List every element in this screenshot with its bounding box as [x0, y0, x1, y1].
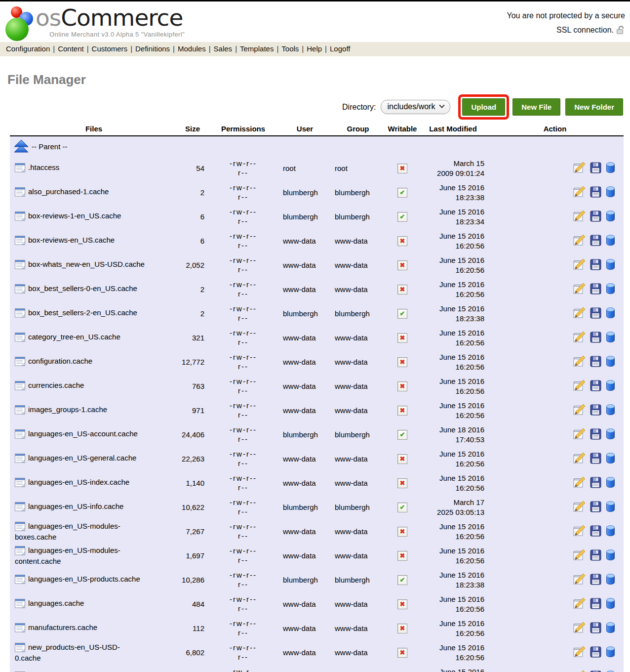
file-name-link[interactable]: new_products-en_US-USD-0.cache [15, 643, 120, 662]
delete-icon[interactable] [605, 428, 616, 442]
edit-icon[interactable] [573, 355, 586, 369]
file-name-link[interactable]: languages-en_US-info.cache [28, 502, 123, 510]
file-name-link[interactable]: languages.cache [28, 599, 84, 607]
file-name-link[interactable]: also_purchased-1.cache [28, 187, 109, 196]
edit-icon[interactable] [573, 162, 586, 175]
menu-item-customers[interactable]: Customers [92, 44, 128, 53]
save-icon[interactable] [590, 210, 601, 223]
menu-item-tools[interactable]: Tools [281, 44, 299, 53]
edit-icon[interactable] [573, 670, 586, 672]
save-icon[interactable] [590, 356, 601, 369]
file-name-link[interactable]: languages-en_US-modules-boxes.cache [15, 522, 120, 541]
edit-icon[interactable] [573, 234, 586, 248]
delete-icon[interactable] [605, 670, 616, 672]
edit-icon[interactable] [573, 501, 586, 514]
edit-icon[interactable] [573, 646, 586, 659]
save-icon[interactable] [590, 574, 601, 587]
delete-icon[interactable] [605, 234, 616, 248]
edit-icon[interactable] [573, 210, 586, 223]
save-icon[interactable] [590, 307, 601, 320]
edit-icon[interactable] [573, 525, 586, 538]
file-name-link[interactable]: category_tree-en_US.cache [28, 333, 120, 341]
edit-icon[interactable] [573, 379, 586, 393]
file-name-link[interactable]: .htaccess [28, 163, 59, 171]
save-icon[interactable] [590, 622, 601, 635]
delete-icon[interactable] [605, 597, 616, 611]
menu-item-sales[interactable]: Sales [214, 44, 233, 53]
delete-icon[interactable] [605, 379, 616, 393]
menu-item-definitions[interactable]: Definitions [135, 44, 170, 53]
file-name-link[interactable]: languages-en_US-index.cache [28, 478, 129, 486]
delete-icon[interactable] [605, 210, 616, 224]
edit-icon[interactable] [573, 573, 586, 587]
edit-icon[interactable] [573, 404, 586, 417]
edit-icon[interactable] [573, 307, 586, 320]
new-folder-button[interactable]: New Folder [565, 98, 623, 116]
file-name-link[interactable]: box-reviews-en_US.cache [28, 236, 115, 244]
delete-icon[interactable] [605, 622, 616, 635]
save-icon[interactable] [590, 646, 601, 659]
edit-icon[interactable] [573, 258, 586, 272]
save-icon[interactable] [590, 525, 601, 538]
file-name-link[interactable]: box_best_sellers-2-en_US.cache [28, 308, 137, 317]
delete-icon[interactable] [605, 186, 616, 200]
edit-icon[interactable] [573, 428, 586, 441]
file-name-link[interactable]: box_best_sellers-0-en_US.cache [28, 284, 137, 293]
menu-item-configuration[interactable]: Configuration [6, 44, 50, 53]
delete-icon[interactable] [605, 331, 616, 345]
save-icon[interactable] [590, 671, 601, 672]
delete-icon[interactable] [605, 549, 616, 563]
delete-icon[interactable] [605, 258, 616, 272]
edit-icon[interactable] [573, 283, 586, 296]
upload-button[interactable]: Upload [462, 98, 505, 116]
save-icon[interactable] [590, 259, 601, 272]
save-icon[interactable] [590, 428, 601, 441]
file-name-link[interactable]: images_groups-1.cache [28, 405, 107, 414]
file-name-link[interactable]: configuration.cache [28, 357, 92, 365]
save-icon[interactable] [590, 235, 601, 248]
menu-item-logoff[interactable]: Logoff [330, 44, 350, 53]
save-icon[interactable] [590, 598, 601, 611]
delete-icon[interactable] [605, 573, 616, 587]
edit-icon[interactable] [573, 622, 586, 635]
file-name-link[interactable]: languages-en_US-products.cache [28, 575, 140, 583]
save-icon[interactable] [590, 186, 601, 199]
save-icon[interactable] [590, 283, 601, 296]
delete-icon[interactable] [605, 525, 616, 539]
edit-icon[interactable] [573, 549, 586, 562]
file-name-link[interactable]: languages-en_US-general.cache [28, 454, 136, 462]
menu-item-modules[interactable]: Modules [178, 44, 206, 53]
file-name-link[interactable]: currencies.cache [28, 381, 84, 389]
delete-icon[interactable] [605, 646, 616, 660]
edit-icon[interactable] [573, 331, 586, 344]
directory-select[interactable]: includes/work [381, 100, 451, 114]
file-name-link[interactable]: manufacturers.cache [28, 623, 97, 631]
save-icon[interactable] [590, 332, 601, 344]
oscommerce-logo[interactable]: osCommerce Online Merchant v3.0 Alpha 5 … [3, 4, 185, 41]
save-icon[interactable] [590, 477, 601, 490]
menu-item-templates[interactable]: Templates [240, 44, 274, 53]
save-icon[interactable] [590, 380, 601, 393]
edit-icon[interactable] [573, 186, 586, 199]
delete-icon[interactable] [605, 452, 616, 466]
save-icon[interactable] [590, 501, 601, 514]
delete-icon[interactable] [605, 355, 616, 369]
delete-icon[interactable] [605, 283, 616, 296]
save-icon[interactable] [590, 549, 601, 562]
delete-icon[interactable] [605, 162, 616, 175]
delete-icon[interactable] [605, 404, 616, 418]
edit-icon[interactable] [573, 476, 586, 490]
edit-icon[interactable] [573, 597, 586, 611]
edit-icon[interactable] [573, 452, 586, 465]
menu-item-help[interactable]: Help [307, 44, 322, 53]
menu-item-content[interactable]: Content [58, 44, 84, 53]
delete-icon[interactable] [605, 476, 616, 490]
delete-icon[interactable] [605, 501, 616, 514]
save-icon[interactable] [590, 404, 601, 417]
parent-directory-link[interactable]: -- Parent -- [14, 140, 624, 153]
save-icon[interactable] [590, 453, 601, 465]
file-name-link[interactable]: box-reviews-1-en_US.cache [28, 211, 121, 220]
delete-icon[interactable] [605, 307, 616, 321]
file-name-link[interactable]: languages-en_US-account.cache [28, 429, 138, 438]
file-name-link[interactable]: box-whats_new-en_US-USD.cache [28, 260, 145, 268]
